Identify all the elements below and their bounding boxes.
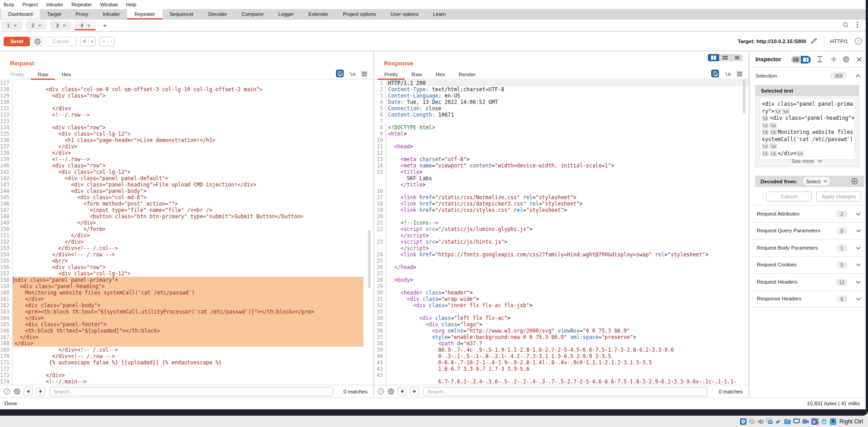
tab-project-options[interactable]: Project options: [336, 9, 383, 19]
view-tab-pretty[interactable]: Pretty: [4, 69, 31, 79]
features-icon[interactable]: V: [811, 418, 819, 425]
inspector-section-request-body-parameters[interactable]: Request Body Parameters1: [750, 240, 866, 257]
show-newlines-icon[interactable]: \n: [725, 71, 731, 77]
section-count-badge: 0: [836, 261, 848, 269]
menu-help[interactable]: Help: [122, 2, 141, 7]
tab-extender[interactable]: Extender: [301, 9, 336, 19]
search-next-button[interactable]: [410, 387, 419, 396]
tab-target[interactable]: Target: [40, 9, 69, 19]
record-icon[interactable]: [802, 418, 809, 424]
search-next-button[interactable]: [36, 387, 45, 396]
http-version-label[interactable]: HTTP/1: [830, 39, 848, 44]
layout-rows-button[interactable]: [719, 54, 731, 61]
menu-intruder[interactable]: Intruder: [42, 2, 68, 7]
close-tab-icon[interactable]: ×: [87, 23, 90, 28]
close-tab-icon[interactable]: ×: [38, 23, 41, 28]
show-newlines-icon[interactable]: \n: [350, 71, 356, 77]
forward-history-button[interactable]: > ▾: [99, 37, 115, 46]
inspector-close-icon[interactable]: [857, 57, 862, 62]
selected-text-content[interactable]: <div class="panel panel-primary">\r\n\t<…: [760, 98, 855, 160]
inspector-section-request-cookies[interactable]: Request Cookies0: [750, 256, 866, 274]
collapse-selection-icon[interactable]: [855, 73, 861, 79]
decoded-from-select[interactable]: Select: [804, 177, 830, 186]
tab-user-options[interactable]: User options: [383, 9, 426, 19]
layout-single-button[interactable]: [731, 54, 743, 61]
dock-right-button[interactable]: [801, 56, 811, 64]
keyboard-icon[interactable]: [830, 418, 836, 425]
search-prev-button[interactable]: [397, 387, 407, 396]
tab-logger[interactable]: Logger: [271, 9, 301, 19]
inspector-section-request-attributes[interactable]: Request Attributes2: [750, 206, 866, 223]
view-tab-hex[interactable]: Hex: [429, 69, 451, 79]
usb-icon[interactable]: [775, 418, 782, 425]
menu-project[interactable]: Project: [18, 2, 42, 7]
cd-icon[interactable]: [749, 418, 755, 425]
help-icon[interactable]: [854, 37, 862, 46]
mouse-icon[interactable]: [821, 418, 828, 425]
view-tab-render[interactable]: Render: [452, 69, 483, 79]
send-settings-button[interactable]: [33, 37, 42, 46]
word-wrap-icon[interactable]: [711, 69, 719, 79]
tab-sequencer[interactable]: Sequencer: [162, 9, 201, 19]
see-more-button[interactable]: See more: [755, 158, 859, 164]
expand-all-icon[interactable]: [817, 56, 823, 63]
request-scrollbar[interactable]: [368, 230, 371, 288]
inspector-section-request-headers[interactable]: Request Headers12: [750, 274, 866, 291]
repeater-tab-1[interactable]: 1×: [1, 21, 23, 30]
add-decoder-icon[interactable]: [851, 178, 858, 185]
display-icon[interactable]: [793, 418, 800, 425]
request-editor[interactable]: 127128 <div class="col-sm-9 col-sm-offse…: [0, 79, 373, 385]
close-tab-icon[interactable]: ×: [63, 23, 65, 28]
dock-left-button[interactable]: [791, 56, 801, 64]
selection-section-header[interactable]: Selection 359: [750, 71, 866, 80]
word-wrap-icon[interactable]: [336, 69, 344, 79]
layout-columns-button[interactable]: [708, 54, 719, 61]
tab-decoder[interactable]: Decoder: [201, 9, 235, 19]
inspector-cancel-button[interactable]: Cancel: [766, 191, 812, 201]
send-button[interactable]: Send: [4, 37, 30, 46]
folder-icon[interactable]: [784, 418, 791, 424]
tab-learn[interactable]: Learn: [426, 9, 453, 19]
menu-repeater[interactable]: Repeater: [67, 2, 96, 7]
tab-intruder[interactable]: Intruder: [96, 9, 128, 19]
view-tab-raw[interactable]: Raw: [31, 69, 55, 79]
search-settings-icon[interactable]: [387, 388, 394, 395]
response-scrollbar[interactable]: [743, 79, 745, 113]
menu-window[interactable]: Window: [96, 2, 122, 7]
tab-repeater[interactable]: Repeater: [127, 9, 162, 19]
view-tab-raw[interactable]: Raw: [405, 69, 429, 79]
search-help-icon[interactable]: [4, 388, 10, 395]
hdd-icon[interactable]: [740, 418, 746, 425]
tab-dashboard[interactable]: Dashboard: [1, 9, 40, 19]
menu-burp[interactable]: Burp: [4, 2, 18, 7]
search-icon[interactable]: [843, 22, 849, 29]
repeater-tab-2[interactable]: 2×: [25, 21, 47, 30]
repeater-tab-3[interactable]: 3×: [50, 21, 72, 30]
close-tab-icon[interactable]: ×: [14, 23, 16, 28]
tab-comparer[interactable]: Comparer: [235, 9, 271, 19]
inspector-section-response-headers[interactable]: Response Headers5: [750, 290, 866, 308]
cancel-button[interactable]: Cancel: [45, 37, 77, 46]
search-input[interactable]: Search...: [49, 387, 333, 396]
response-editor[interactable]: 1HTTP/1.1 2002Content-Type: text/html;ch…: [374, 79, 749, 385]
search-settings-icon[interactable]: [14, 388, 20, 395]
inspector-settings-icon[interactable]: [843, 56, 849, 63]
network-icon[interactable]: [766, 418, 773, 425]
collapse-all-icon[interactable]: [831, 56, 837, 63]
editor-menu-icon[interactable]: [362, 72, 367, 76]
audio-icon[interactable]: [757, 418, 764, 425]
search-help-icon[interactable]: [378, 388, 384, 395]
view-tab-hex[interactable]: Hex: [55, 69, 78, 79]
back-history-button[interactable]: < ▾: [80, 37, 96, 46]
view-tab-pretty[interactable]: Pretty: [378, 69, 405, 79]
editor-menu-icon[interactable]: [737, 72, 742, 76]
inspector-apply-button[interactable]: Apply changes: [816, 191, 861, 201]
kebab-menu-icon[interactable]: [856, 21, 858, 29]
tab-proxy[interactable]: Proxy: [68, 9, 95, 19]
inspector-section-request-query-parameters[interactable]: Request Query Parameters0: [750, 222, 866, 240]
search-prev-button[interactable]: [24, 387, 33, 396]
add-tab-button[interactable]: +: [99, 21, 111, 30]
search-input[interactable]: Search...: [423, 387, 707, 396]
edit-target-icon[interactable]: [810, 37, 818, 45]
repeater-tab-4[interactable]: 4×: [74, 21, 96, 30]
